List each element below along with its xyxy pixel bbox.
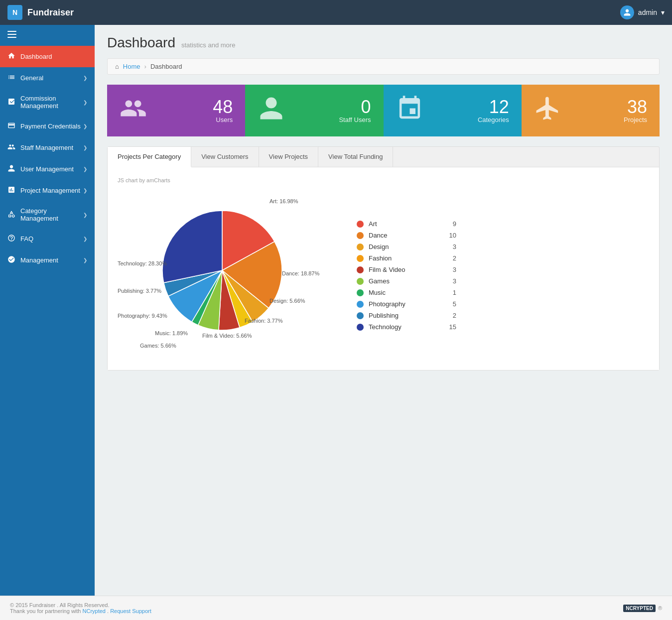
stat-info-staff: 0 Staff Users [339,98,371,124]
legend-item-music: Music 1 [357,289,456,296]
tab-view-projects[interactable]: View Projects [259,147,319,167]
label-film: Film & Video: 5.66% [202,333,252,339]
breadcrumb-current: Dashboard [150,63,182,70]
sidebar-item-dashboard[interactable]: Dashboard [0,46,95,67]
legend-dot-photography [357,301,364,308]
mgmt-icon [7,255,15,265]
chevron-icon: ❯ [83,145,87,150]
card-icon [7,122,15,131]
avatar [620,5,634,19]
chevron-icon: ❯ [83,212,87,218]
legend-dot-technology [357,324,364,331]
page-title: Dashboard [107,35,175,51]
legend-name-publishing: Publishing [369,312,438,319]
legend-count-music: 1 [453,289,456,296]
legend-item-dance: Dance 10 [357,232,456,239]
main-content: Dashboard statistics and more ⌂ Home › D… [95,25,672,596]
stat-label-users: Users [213,116,233,124]
stat-number-staff: 0 [339,98,371,116]
stat-info-categories: 12 Categories [478,98,509,124]
chevron-icon: ❯ [83,166,87,172]
sidebar-label-faq: FAQ [20,235,33,243]
users-icon [7,164,15,174]
sidebar-item-project[interactable]: Project Management ❯ [0,180,95,201]
stat-card-projects[interactable]: 38 Projects [522,85,660,136]
chart-js-label: JS chart by amCharts [118,177,649,183]
ncrypted-logo: NCRYPTED [623,605,656,612]
legend-count-technology: 15 [449,323,456,331]
navbar-brand: N Fundraiser [7,5,74,20]
footer-partner-link[interactable]: NCrypted [83,608,106,614]
legend-dot-music [357,289,364,296]
page-header: Dashboard statistics and more [107,35,660,51]
legend-name-photography: Photography [369,300,438,308]
sidebar-item-faq[interactable]: FAQ ❯ [0,228,95,249]
stat-info-projects: 38 Projects [624,98,647,124]
legend-name-fashion: Fashion [369,254,438,262]
stat-card-users[interactable]: 48 Users [107,85,245,136]
chart-legend: Art 9 Dance 10 Design 3 [357,220,456,331]
label-art: Art: 16.98% [269,198,298,204]
label-fashion: Fashion: 3.77% [245,318,282,324]
staff-stat-icon [258,95,285,126]
svg-rect-1 [7,34,16,35]
tab-view-total-funding[interactable]: View Total Funding [318,147,393,167]
breadcrumb-home[interactable]: Home [123,63,140,70]
legend-dot-film [357,266,364,273]
app-logo: N [7,5,22,20]
sidebar-item-payment[interactable]: Payment Credentials ❯ [0,116,95,137]
sidebar-item-user[interactable]: User Management ❯ [0,158,95,180]
label-publishing: Publishing: 3.77% [118,288,161,294]
legend-dot-games [357,278,364,285]
legend-dot-fashion [357,255,364,262]
staff-icon [7,143,15,152]
legend-name-dance: Dance [369,232,434,239]
legend-count-dance: 10 [449,232,456,239]
legend-count-design: 3 [453,243,456,250]
footer-copyright: © 2015 Fundraiser . All Rights Reserved. [10,602,151,608]
navbar: N Fundraiser admin ▾ [0,0,672,25]
user-menu[interactable]: admin ▾ [620,5,665,19]
sidebar-label-dashboard: Dashboard [20,53,52,60]
sidebar-label-commission: Commission Management [20,95,83,110]
label-photography: Photography: 9.43% [118,313,167,319]
stat-card-categories[interactable]: 12 Categories [384,85,522,136]
stat-label-projects: Projects [624,116,647,124]
home-icon [7,52,15,61]
footer-support-link[interactable]: Request Support [110,608,151,614]
tab-view-customers[interactable]: View Customers [191,147,259,167]
sidebar-item-staff[interactable]: Staff Management ❯ [0,137,95,158]
sidebar-toggle[interactable] [0,25,95,46]
svg-rect-2 [7,37,16,38]
legend-item-design: Design 3 [357,243,456,250]
stat-card-staff[interactable]: 0 Staff Users [245,85,383,136]
label-dance: Dance: 18.87% [282,270,319,276]
legend-item-technology: Technology 15 [357,323,456,331]
sidebar-item-category[interactable]: Category Management ❯ [0,201,95,228]
stat-label-categories: Categories [478,116,509,124]
legend-name-art: Art [369,220,438,228]
sidebar-item-general[interactable]: General ❯ [0,67,95,89]
legend-item-fashion: Fashion 2 [357,254,456,262]
username: admin [638,8,657,16]
footer-text: © 2015 Fundraiser . All Rights Reserved.… [10,602,151,614]
label-design: Design: 5.66% [269,298,305,304]
sidebar-item-management[interactable]: Management ❯ [0,249,95,271]
footer-brand: NCRYPTED ® [623,605,662,612]
legend-name-film: Film & Video [369,266,438,273]
legend-dot-dance [357,232,364,239]
sidebar-label-category: Category Management [20,207,83,222]
stat-number-categories: 12 [478,98,509,116]
list-icon [7,73,15,83]
chart-area: Art: 16.98% Dance: 18.87% Design: 5.66% … [118,191,649,360]
project-icon [7,186,15,195]
legend-item-games: Games 3 [357,277,456,285]
footer: © 2015 Fundraiser . All Rights Reserved.… [0,596,672,620]
pie-chart-wrapper: Art: 16.98% Dance: 18.87% Design: 5.66% … [118,191,327,360]
legend-item-photography: Photography 5 [357,300,456,308]
sidebar-item-commission[interactable]: Commission Management ❯ [0,89,95,116]
tab-projects-per-category[interactable]: Projects Per Category [108,147,191,167]
users-stat-icon [120,95,147,126]
label-games: Games: 5.66% [140,343,176,349]
projects-stat-icon [534,95,561,126]
